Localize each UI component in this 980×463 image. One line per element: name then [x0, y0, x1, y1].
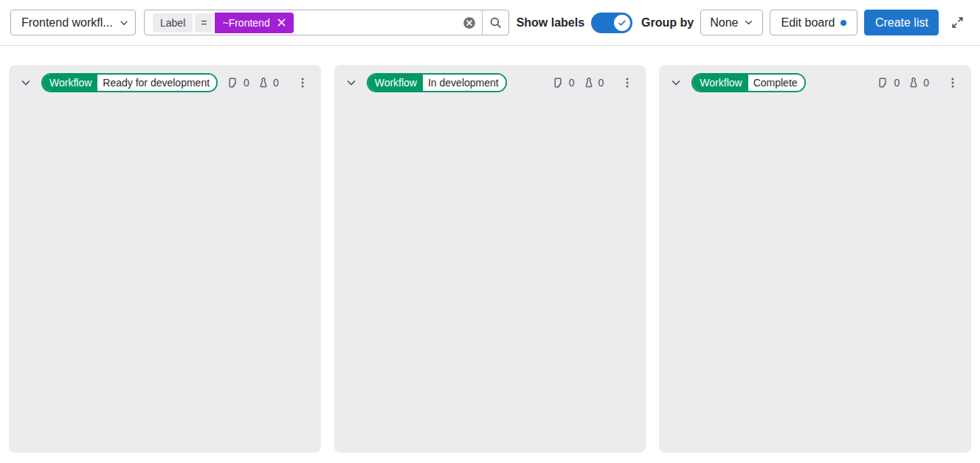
group-by-label: Group by: [641, 16, 694, 30]
issue-count-value: 0: [244, 77, 249, 89]
filter-token-value-label: ~Frontend: [222, 17, 269, 29]
issue-count-value: 0: [569, 77, 575, 89]
issue-board: Workflow Ready for development 0 0: [0, 46, 980, 463]
collapse-column-button[interactable]: [670, 74, 682, 92]
board-column-in-development: Workflow In development 0 0: [334, 65, 646, 453]
issues-icon: [553, 77, 565, 89]
issues-icon: [878, 77, 890, 89]
issue-count-value: 0: [894, 77, 900, 89]
column-header: Workflow Ready for development 0 0: [9, 65, 321, 92]
group-by-dropdown[interactable]: None: [700, 10, 763, 35]
board-toolbar: Frontend workfl... Label = ~Frontend: [0, 0, 980, 46]
weight-count-value: 0: [273, 77, 279, 89]
column-menu-button[interactable]: [293, 73, 312, 92]
search-button[interactable]: [482, 10, 508, 35]
column-header: Workflow Complete 0 0: [659, 65, 971, 92]
scoped-label-value: Complete: [748, 75, 804, 91]
toggle-focus-mode-button[interactable]: [945, 10, 970, 35]
group-by-value: None: [710, 16, 738, 30]
weight-icon: [583, 77, 595, 89]
collapse-column-button[interactable]: [345, 74, 357, 92]
edit-board-label: Edit board: [781, 16, 835, 30]
column-header: Workflow In development 0 0: [334, 65, 646, 92]
create-list-label: Create list: [875, 16, 928, 30]
weight-count-value: 0: [598, 77, 604, 89]
scoped-label-value: Ready for development: [97, 75, 216, 91]
close-icon[interactable]: [277, 18, 286, 27]
filter-token-value[interactable]: ~Frontend: [215, 13, 293, 33]
board-switcher-label: Frontend workfl...: [21, 16, 113, 30]
chevron-down-icon: [744, 18, 753, 27]
weight-count: 0: [258, 77, 279, 89]
column-menu-button[interactable]: [943, 73, 962, 92]
scoped-label-key: Workflow: [368, 75, 423, 91]
board-column-ready-for-development: Workflow Ready for development 0 0: [9, 65, 321, 453]
scoped-label[interactable]: Workflow Ready for development: [41, 73, 218, 92]
expand-diagonal-icon: [951, 16, 964, 29]
scoped-label-key: Workflow: [693, 75, 748, 91]
edit-board-button[interactable]: Edit board: [770, 10, 858, 35]
board-switcher-dropdown[interactable]: Frontend workfl...: [10, 10, 136, 35]
scoped-label-key: Workflow: [43, 75, 97, 91]
issue-count: 0: [228, 77, 249, 89]
notification-dot: [841, 20, 846, 26]
check-icon: [614, 15, 630, 31]
collapse-column-button[interactable]: [20, 74, 32, 92]
scoped-label[interactable]: Workflow In development: [367, 73, 507, 92]
board-column-complete: Workflow Complete 0 0: [659, 65, 971, 453]
weight-icon: [908, 77, 919, 89]
search-icon: [489, 16, 502, 29]
column-menu-button[interactable]: [618, 73, 637, 92]
issue-count: 0: [878, 77, 900, 89]
clear-filter-button[interactable]: [457, 10, 482, 35]
filter-token: Label = ~Frontend: [145, 13, 457, 33]
create-list-button[interactable]: Create list: [864, 10, 939, 35]
chevron-down-icon: [119, 18, 129, 28]
vertical-ellipsis-icon: [621, 77, 633, 89]
vertical-ellipsis-icon: [297, 77, 308, 89]
issues-icon: [228, 77, 240, 89]
filter-token-operator[interactable]: =: [195, 13, 213, 32]
show-labels-toggle[interactable]: [591, 13, 632, 33]
vertical-ellipsis-icon: [947, 77, 959, 89]
circle-x-icon: [463, 16, 476, 30]
scoped-label-value: In development: [423, 75, 505, 91]
issue-count: 0: [553, 77, 575, 89]
weight-count: 0: [908, 77, 929, 89]
filter-token-key[interactable]: Label: [153, 13, 193, 32]
show-labels-label: Show labels: [517, 16, 584, 30]
weight-count: 0: [583, 77, 604, 89]
filtered-search-bar[interactable]: Label = ~Frontend: [144, 10, 509, 35]
weight-icon: [258, 77, 269, 89]
scoped-label[interactable]: Workflow Complete: [691, 73, 805, 92]
weight-count-value: 0: [923, 77, 929, 89]
